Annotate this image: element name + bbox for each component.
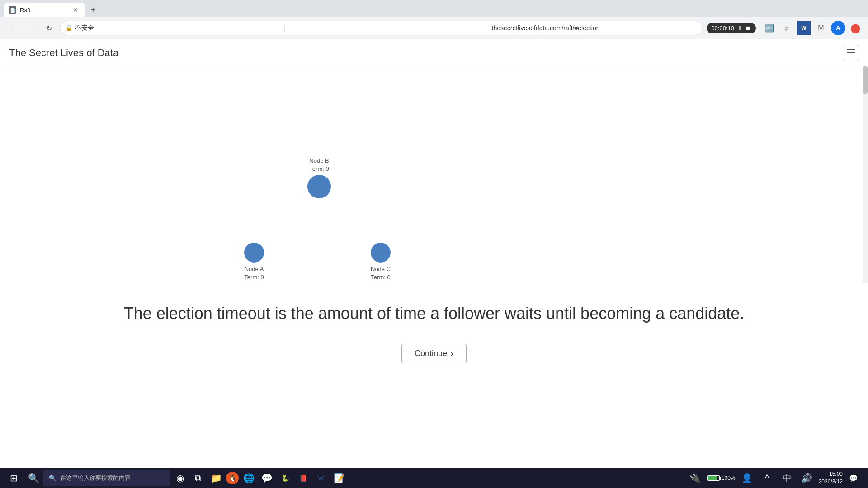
taskbar-note-icon[interactable]: 📝	[331, 470, 347, 486]
node-c-circle[interactable]	[371, 243, 391, 263]
taskbar-search-icon[interactable]: 🔍	[25, 470, 42, 486]
taskbar-search-magnifier: 🔍	[49, 474, 57, 482]
hamburger-line-1	[847, 49, 855, 50]
battery-percentage: 100%	[722, 475, 736, 481]
word-icon[interactable]: W	[797, 21, 811, 35]
taskbar-wechat-icon[interactable]: 💬	[259, 470, 275, 486]
taskbar-clock[interactable]: 15:00 2020/3/12	[819, 470, 843, 486]
page-content: The Secret Lives of Data Node B Term: 0 …	[0, 39, 868, 469]
node-c-container[interactable]: Node C Term: 0	[371, 243, 391, 282]
address-bar-row: ← → ↻ 🔓 不安全 | thesecretlivesofdata.com/r…	[0, 17, 868, 39]
extension-icon-1[interactable]: M	[814, 21, 828, 35]
main-description-text: The election timeout is the amount of ti…	[90, 301, 778, 326]
taskbar-file-explorer-icon[interactable]: 📁	[208, 470, 224, 486]
node-b-circle[interactable]	[307, 175, 331, 198]
visualization-area: Node B Term: 0 Node A Term: 0 Node C Ter…	[0, 66, 868, 283]
taskbar-task-view-icon[interactable]: ⧉	[190, 470, 206, 486]
continue-arrow-icon: ›	[451, 349, 453, 358]
browser-tab[interactable]: 📄 Raft ✕	[4, 3, 85, 17]
taskbar-word-icon[interactable]: W	[313, 470, 329, 486]
security-label: 不安全	[75, 24, 281, 32]
taskbar-people-icon[interactable]: 👤	[739, 470, 755, 486]
security-lock-icon: 🔓	[66, 25, 72, 31]
tab-favicon: 📄	[9, 6, 16, 14]
reload-button[interactable]: ↻	[42, 21, 56, 35]
back-button[interactable]: ←	[5, 21, 20, 35]
taskbar-foxitpdf-icon[interactable]: 📕	[295, 470, 311, 486]
taskbar-battery: 100%	[707, 475, 736, 481]
app-title: The Secret Lives of Data	[9, 47, 118, 59]
tab-close-button[interactable]: ✕	[71, 6, 80, 14]
taskbar-ubuntu-icon[interactable]: 🐧	[226, 472, 239, 484]
profile-icon[interactable]: A	[831, 21, 845, 35]
app-header: The Secret Lives of Data	[0, 39, 868, 66]
battery-bar	[707, 475, 720, 481]
taskbar-search-text: 在这里输入你要搜索的内容	[60, 474, 131, 482]
hamburger-line-3	[847, 56, 855, 56]
node-a-container[interactable]: Node A Term: 0	[244, 243, 264, 282]
scrollbar[interactable]	[863, 66, 868, 283]
hamburger-menu-button[interactable]	[843, 45, 859, 61]
taskbar-cortana-icon[interactable]: ◉	[172, 470, 188, 486]
taskbar-keyboard-icon[interactable]: 中	[779, 470, 795, 486]
recording-badge: 00:00:10 ⏸ ⏹	[707, 23, 756, 33]
taskbar-power-icon[interactable]: 🔌	[687, 470, 703, 486]
continue-label: Continue	[415, 349, 447, 358]
taskbar-search-bar[interactable]: 🔍 在这里输入你要搜索的内容	[43, 470, 170, 486]
continue-button-wrapper: Continue ›	[0, 344, 868, 363]
taskbar-volume-icon[interactable]: 🔊	[799, 470, 815, 486]
browser-chrome: 📄 Raft ✕ + ← → ↻ 🔓 不安全 | thesecretliveso…	[0, 0, 868, 39]
taskbar: ⊞ 🔍 🔍 在这里输入你要搜索的内容 ◉ ⧉ 📁 🐧 🌐 💬 🐍 📕 W 📝 🔌…	[0, 468, 868, 488]
toolbar-icons: 00:00:10 ⏸ ⏹ 🔤 ☆ W M A ⬤	[707, 21, 863, 35]
forward-button[interactable]: →	[24, 21, 38, 35]
recording-timer: 00:00:10	[711, 25, 734, 32]
taskbar-chrome-icon[interactable]: 🌐	[241, 470, 257, 486]
taskbar-pycharm-icon[interactable]: 🐍	[277, 470, 293, 486]
node-b-label: Node B Term: 0	[309, 157, 329, 173]
node-a-label: Node A Term: 0	[244, 265, 264, 282]
battery-tip	[720, 477, 721, 480]
pause-icon[interactable]: ⏸	[737, 25, 743, 32]
scrollbar-thumb[interactable]	[863, 66, 868, 94]
address-bar-url: |	[283, 24, 489, 32]
text-area: The election timeout is the amount of ti…	[0, 283, 868, 335]
node-c-label: Node C Term: 0	[371, 265, 391, 282]
url-text: thesecretlivesofdata.com/raft/#election	[492, 24, 698, 32]
hamburger-line-2	[847, 52, 855, 53]
new-tab-button[interactable]: +	[87, 4, 99, 16]
bookmark-icon[interactable]: ☆	[779, 21, 794, 35]
start-button[interactable]: ⊞	[4, 468, 24, 488]
stop-icon[interactable]: ⏹	[745, 25, 751, 32]
node-a-circle[interactable]	[244, 243, 264, 263]
action-center-button[interactable]: 💬	[846, 471, 861, 485]
tab-title: Raft	[20, 7, 68, 14]
tab-bar: 📄 Raft ✕ +	[0, 0, 868, 17]
continue-button[interactable]: Continue ›	[401, 344, 467, 363]
chrome-menu-icon[interactable]: ⬤	[848, 21, 863, 35]
translate-icon[interactable]: 🔤	[762, 21, 777, 35]
taskbar-right-area: 🔌 100% 👤 ^ 中 🔊 15:00 2020/3/12 💬	[687, 470, 864, 486]
taskbar-system-tray-icon[interactable]: ^	[759, 470, 775, 486]
address-bar[interactable]: 🔓 不安全 | thesecretlivesofdata.com/raft/#e…	[60, 21, 703, 35]
battery-fill	[708, 476, 717, 480]
node-b-container[interactable]: Node B Term: 0	[307, 157, 331, 198]
